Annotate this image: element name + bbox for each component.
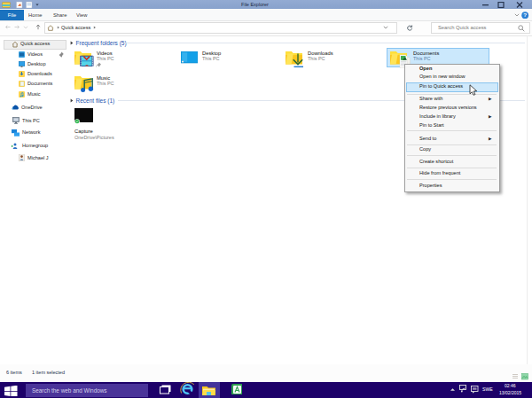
svg-text:?: ? bbox=[523, 12, 527, 18]
